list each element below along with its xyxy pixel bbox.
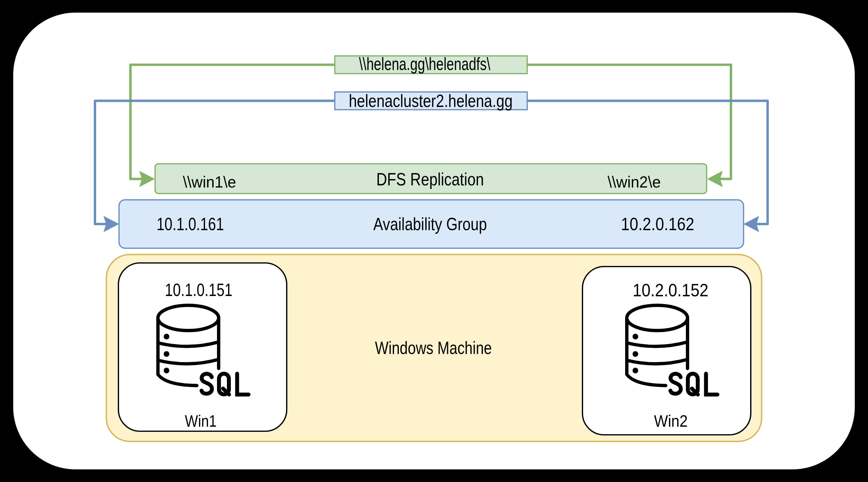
svg-text:Win1: Win1 bbox=[185, 411, 217, 430]
svg-text:\\win1\e: \\win1\e bbox=[183, 173, 236, 191]
svg-text:\\helena.gg\helenadfs\: \\helena.gg\helenadfs\ bbox=[359, 54, 491, 74]
svg-text:Win2: Win2 bbox=[654, 411, 688, 430]
svg-text:10.2.0.162: 10.2.0.162 bbox=[621, 214, 694, 234]
svg-text:10.1.0.161: 10.1.0.161 bbox=[157, 214, 224, 234]
svg-text:10.1.0.151: 10.1.0.151 bbox=[165, 280, 232, 300]
svg-text:Availability Group: Availability Group bbox=[373, 214, 487, 234]
svg-text:DFS Replication: DFS Replication bbox=[376, 169, 484, 189]
svg-text:\\win2\e: \\win2\e bbox=[608, 173, 661, 191]
svg-text:Windows Machine: Windows Machine bbox=[375, 338, 492, 358]
svg-text:helenacluster2.helena.gg: helenacluster2.helena.gg bbox=[349, 91, 513, 111]
svg-text:10.2.0.152: 10.2.0.152 bbox=[633, 280, 708, 300]
